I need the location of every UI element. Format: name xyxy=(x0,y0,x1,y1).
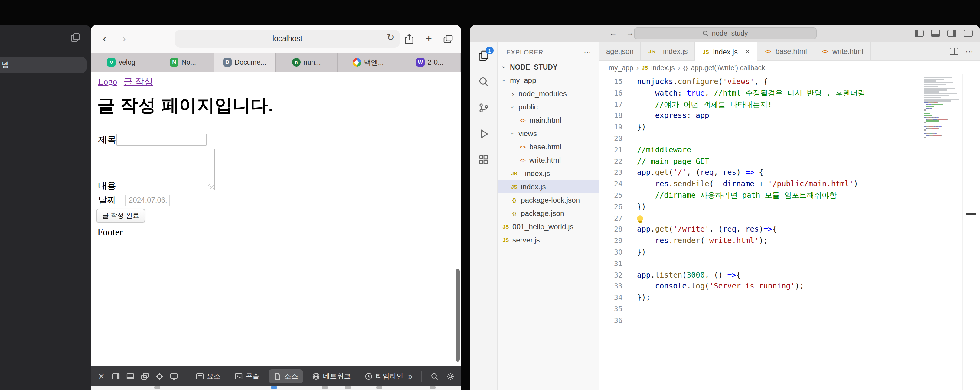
explorer-item-package-lock.json[interactable]: {}package-lock.json xyxy=(498,193,599,207)
code-line-23[interactable]: 23app.get('/', (req, res) => { xyxy=(600,167,923,179)
editor-tab-write.html[interactable]: <>write.html xyxy=(814,42,871,60)
devtools-tab-network[interactable]: 네트워크 xyxy=(307,369,356,383)
explorer-item-package.json[interactable]: {}package.json xyxy=(498,207,599,220)
devtools-tab-elements[interactable]: 요소 xyxy=(191,369,226,383)
panel-list-item[interactable]: 넵 xyxy=(0,57,86,73)
forward-button[interactable]: › xyxy=(122,32,126,45)
editor-tab-_index.js[interactable]: JS_index.js xyxy=(641,42,695,60)
editor-more-icon[interactable]: ⋯ xyxy=(966,47,974,56)
responsive-mode-icon[interactable] xyxy=(170,372,178,380)
run-debug-icon[interactable] xyxy=(477,128,490,140)
browser-tab-google[interactable]: 백엔... xyxy=(337,52,399,72)
code-line-21[interactable]: 21//middleware xyxy=(600,144,923,156)
code-line-35[interactable]: 35 xyxy=(600,304,923,315)
workspace-root-folder[interactable]: › NODE_STUDY xyxy=(498,60,599,74)
code-line-25[interactable]: 25 //dirname 사용하려면 path 모듈 임포트해줘야함 xyxy=(600,190,923,201)
close-icon[interactable]: ✕ xyxy=(745,48,750,55)
source-control-icon[interactable] xyxy=(477,101,490,114)
tab-group-icon[interactable] xyxy=(71,33,80,42)
search-view-icon[interactable] xyxy=(477,76,490,88)
reload-icon[interactable]: ↻ xyxy=(387,32,395,43)
lightbulb-icon[interactable] xyxy=(637,215,643,221)
dock-right-icon[interactable] xyxy=(112,372,120,380)
customize-layout-icon[interactable] xyxy=(964,30,973,37)
views-more-icon[interactable]: ⋯ xyxy=(584,48,592,56)
overview-ruler[interactable] xyxy=(963,75,980,390)
minimap[interactable] xyxy=(924,77,962,142)
devtools-tab-sources[interactable]: 소스 xyxy=(269,369,303,383)
explorer-item-001_hello_world.js[interactable]: JS001_hello_world.js xyxy=(498,220,599,233)
new-tab-button[interactable]: + xyxy=(426,35,432,43)
explorer-item-write.html[interactable]: <>write.html xyxy=(498,154,599,167)
browser-tab-node-docs[interactable]: NNo... xyxy=(153,52,214,72)
code-line-29[interactable]: 29 res.render('write.html'); xyxy=(600,235,923,247)
breadcrumb-item[interactable]: index.js xyxy=(651,64,675,71)
explorer-item-public[interactable]: ›public xyxy=(498,100,599,114)
history-forward-icon[interactable]: → xyxy=(626,29,634,38)
scrollbar-thumb[interactable] xyxy=(455,269,460,361)
devtools-tab-timeline[interactable]: 타임라인 xyxy=(360,369,408,383)
code-line-18[interactable]: 18 express: app xyxy=(600,110,923,122)
explorer-item-main.html[interactable]: <>main.html xyxy=(498,114,599,127)
code-line-20[interactable]: 20 xyxy=(600,133,923,144)
browser-tab-velog[interactable]: vvelog xyxy=(91,52,153,72)
extensions-icon[interactable] xyxy=(477,154,490,166)
address-bar[interactable]: localhost ↻ xyxy=(175,30,400,48)
explorer-item-index.js[interactable]: JSindex.js xyxy=(498,180,599,193)
explorer-item-node_modules[interactable]: ›node_modules xyxy=(498,87,599,100)
devtools-tab-console[interactable]: 콘솔 xyxy=(230,369,264,383)
code-line-30[interactable]: 30}) xyxy=(600,247,923,258)
command-center-search[interactable]: node_study xyxy=(634,27,816,39)
code-line-32[interactable]: 32app.listen(3000, () =>{ xyxy=(600,270,923,281)
editor-tab-age.json[interactable]: age.json xyxy=(600,42,641,60)
explorer-icon[interactable]: 1 xyxy=(477,49,490,62)
element-picker-icon[interactable] xyxy=(156,372,163,380)
code-line-16[interactable]: 16 watch: true, //html 수정될경우 다시 반영 . 후렌더… xyxy=(600,88,923,99)
browser-tab-nunjucks[interactable]: nnun... xyxy=(276,52,337,72)
title-input[interactable] xyxy=(116,134,207,146)
code-line-17[interactable]: 17 //얘가 어떤 객체를 나타내는지! xyxy=(600,99,923,110)
browser-tab-wiki[interactable]: W2-0... xyxy=(399,52,461,72)
explorer-item-server.js[interactable]: JSserver.js xyxy=(498,233,599,247)
code-line-15[interactable]: 15nunjucks.configure('views', { xyxy=(600,76,923,88)
share-icon[interactable] xyxy=(405,33,414,44)
devtools-close-icon[interactable]: ✕ xyxy=(98,371,105,380)
code-line-28[interactable]: 28app.get('/write', (req, res)=>{ xyxy=(600,224,923,236)
code-line-34[interactable]: 34}); xyxy=(600,292,923,304)
code-line-19[interactable]: 19}) xyxy=(600,122,923,133)
split-editor-icon[interactable] xyxy=(950,48,958,55)
code-line-22[interactable]: 22// main page GET xyxy=(600,156,923,167)
more-tabs-icon[interactable]: » xyxy=(408,371,412,380)
toggle-sidebar-icon[interactable] xyxy=(915,30,924,37)
explorer-item-views[interactable]: ›views xyxy=(498,127,599,140)
history-back-icon[interactable]: ← xyxy=(609,29,617,38)
gear-icon[interactable] xyxy=(447,372,454,380)
code-line-24[interactable]: 24 res.sendFile(__dirname + '/public/mai… xyxy=(600,178,923,190)
editor-tab-index.js[interactable]: JSindex.js✕ xyxy=(695,42,757,61)
editor-tab-base.html[interactable]: <>base.html xyxy=(757,42,814,60)
content-textarea[interactable] xyxy=(117,149,215,190)
code-line-36[interactable]: 36 xyxy=(600,315,923,326)
search-icon[interactable] xyxy=(431,372,439,380)
breadcrumb-item[interactable]: app.get('/write') callback xyxy=(691,64,765,71)
toggle-secondary-sidebar-icon[interactable] xyxy=(947,30,956,37)
code-line-26[interactable]: 26}) xyxy=(600,201,923,213)
breadcrumb-item[interactable]: my_app xyxy=(609,64,633,71)
code-line-27[interactable]: 27 xyxy=(600,212,923,224)
explorer-item-my_app[interactable]: ›my_app xyxy=(498,74,599,87)
submit-button[interactable]: 글 작성 완료 xyxy=(96,209,145,222)
code-line-31[interactable]: 31 xyxy=(600,258,923,270)
code-editor[interactable]: 15nunjucks.configure('views', {16 watch:… xyxy=(600,75,980,390)
tab-overview-icon[interactable] xyxy=(444,34,453,43)
browser-tab-document[interactable]: DDocume... xyxy=(214,52,276,72)
explorer-item-_index.js[interactable]: JS_index.js xyxy=(498,167,599,180)
write-link[interactable]: 글 작성 xyxy=(124,77,153,86)
dock-bottom-icon[interactable] xyxy=(126,372,134,380)
code-line-33[interactable]: 33 console.log('Server is running'); xyxy=(600,281,923,292)
toggle-panel-icon[interactable] xyxy=(931,30,940,37)
date-input[interactable]: 2024.07.06. xyxy=(125,195,170,206)
explorer-item-base.html[interactable]: <>base.html xyxy=(498,140,599,154)
back-button[interactable]: ‹ xyxy=(103,32,107,45)
undock-icon[interactable] xyxy=(141,372,149,380)
logo-link[interactable]: Logo xyxy=(98,77,117,86)
